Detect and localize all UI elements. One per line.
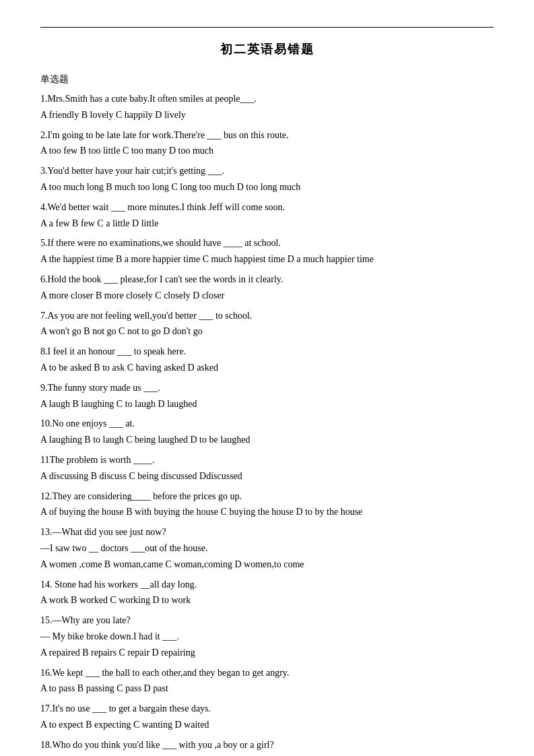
question-3: 3.You'd better have your hair cut;it's g…	[40, 163, 494, 195]
question-15: 15.—Why are you late? — My bike broke do…	[40, 612, 494, 660]
question-text-9: 9.The funny story made us ___.	[40, 380, 494, 396]
question-options-2: A too few B too little C too many D too …	[40, 143, 494, 159]
question-7: 7.As you are not feeling well,you'd bett…	[40, 308, 494, 340]
question-2: 2.I'm going to be late late for work.The…	[40, 127, 494, 160]
question-6: 6.Hold the book ___ please,for I can't s…	[40, 272, 494, 304]
question-options-3: A too much long B much too long C long t…	[40, 179, 494, 195]
question-14: 14. Stone had his workers __all day long…	[40, 577, 494, 609]
question-text-5: 5.If there were no examinations,we shoul…	[40, 235, 494, 251]
question-12: 12.They are considering____ before the p…	[40, 489, 494, 521]
question-1: 1.Mrs.Smith has a cute baby.It often smi…	[40, 91, 494, 123]
question-13: 13.—What did you see just now? —I saw tw…	[40, 524, 494, 572]
top-border	[40, 27, 494, 28]
question-text-10: 10.No one enjoys ___ at.	[40, 416, 494, 432]
question-text-13: 13.—What did you see just now?	[40, 524, 494, 540]
question-text-16: 16.We kept ___ the ball to each other,an…	[40, 665, 494, 681]
question-text-15: — My bike broke down.I had it ___.	[40, 629, 494, 645]
question-options-14: A work B worked C working D to work	[40, 592, 494, 608]
question-options-15: A repaired B repairs C repair D repairin…	[40, 645, 494, 661]
question-options-13: A women ,come B woman,came C woman,comin…	[40, 557, 494, 573]
question-8: 8.I feel it an honour ___ to speak here.…	[40, 344, 494, 376]
question-options-6: A more closer B more closely C closely D…	[40, 288, 494, 304]
question-options-11: A discussing B discuss C being discussed…	[40, 468, 494, 484]
question-18: 18.Who do you think you'd like ___ with …	[40, 737, 494, 756]
question-options-4: A a few B few C a little D little	[40, 216, 494, 232]
question-options-1: A friendly B lovely C happily D lively	[40, 107, 494, 123]
question-4: 4.We'd better wait ___ more minutes.I th…	[40, 199, 494, 232]
question-options-9: A laugh B laughing C to laugh D laughed	[40, 396, 494, 412]
question-options-7: A won't go B not go C not to go D don't …	[40, 323, 494, 340]
question-options-8: A to be asked B to ask C having asked D …	[40, 360, 494, 376]
question-text-7: 7.As you are not feeling well,you'd bett…	[40, 308, 494, 324]
question-10: 10.No one enjoys ___ at.A laughing B to …	[40, 416, 494, 448]
question-9: 9.The funny story made us ___.A laugh B …	[40, 380, 494, 412]
question-options-5: A the happiest time B a more happier tim…	[40, 251, 494, 267]
question-text-2: 2.I'm going to be late late for work.The…	[40, 127, 494, 144]
question-text-14: 14. Stone had his workers __all day long…	[40, 577, 494, 593]
question-text-8: 8.I feel it an honour ___ to speak here.	[40, 344, 494, 360]
question-options-16: A to pass B passing C pass D past	[40, 681, 494, 697]
question-text-6: 6.Hold the book ___ please,for I can't s…	[40, 272, 494, 288]
question-text-12: 12.They are considering____ before the p…	[40, 489, 494, 505]
question-5: 5.If there were no examinations,we shoul…	[40, 235, 494, 267]
questions-container: 1.Mrs.Smith has a cute baby.It often smi…	[40, 91, 494, 756]
question-options-12: A of buying the house B with buying the …	[40, 504, 494, 520]
question-options-10: A laughing B to laugh C being laughed D …	[40, 432, 494, 448]
question-options-18: A to let to go B letting to go C to let …	[40, 753, 494, 756]
question-text-18: 18.Who do you think you'd like ___ with …	[40, 737, 494, 753]
question-text-1: 1.Mrs.Smith has a cute baby.It often smi…	[40, 91, 494, 107]
section-label: 单选题	[40, 73, 494, 86]
question-text-15: 15.—Why are you late?	[40, 612, 494, 629]
question-16: 16.We kept ___ the ball to each other,an…	[40, 665, 494, 697]
question-17: 17.It's no use ___ to get a bargain thes…	[40, 701, 494, 733]
question-text-13: —I saw two __ doctors ___out of the hous…	[40, 540, 494, 557]
page-title: 初二英语易错题	[40, 41, 494, 57]
question-text-3: 3.You'd better have your hair cut;it's g…	[40, 163, 494, 179]
question-options-17: A to expect B expecting C wanting D wait…	[40, 717, 494, 733]
question-text-11: 11The problem is worth ____.	[40, 452, 494, 468]
question-text-17: 17.It's no use ___ to get a bargain thes…	[40, 701, 494, 717]
question-11: 11The problem is worth ____.A discussing…	[40, 452, 494, 484]
question-text-4: 4.We'd better wait ___ more minutes.I th…	[40, 199, 494, 216]
